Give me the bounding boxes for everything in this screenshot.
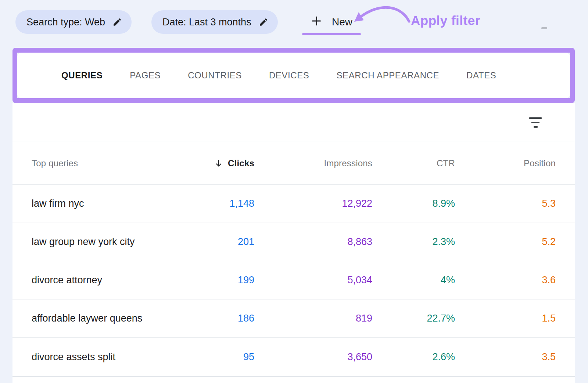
column-header-clicks[interactable]: Clicks xyxy=(179,158,254,169)
impressions-cell: 5,034 xyxy=(254,274,372,286)
clicks-cell: 95 xyxy=(179,351,254,363)
dimension-tab[interactable]: DATES xyxy=(466,70,496,81)
dimension-tab[interactable]: DEVICES xyxy=(269,70,309,81)
position-cell: 1.5 xyxy=(455,313,556,324)
query-table-row[interactable]: divorce assets split 95 3,650 2.6% 3.5 xyxy=(12,338,575,376)
query-cell: law group new york city xyxy=(32,236,179,248)
position-cell: 3.6 xyxy=(455,274,556,286)
pencil-icon xyxy=(259,17,268,27)
date-filter-chip[interactable]: Date: Last 3 months xyxy=(151,10,278,34)
new-button-highlight-underline xyxy=(302,33,361,35)
query-table-row[interactable]: law group new york city 201 8,863 2.3% 5… xyxy=(12,223,575,261)
search-type-chip[interactable]: Search type: Web xyxy=(15,10,132,34)
position-cell: 3.5 xyxy=(455,351,556,363)
window-artifact-dash xyxy=(541,27,547,29)
position-cell: 5.3 xyxy=(455,198,556,209)
ctr-cell: 4% xyxy=(372,274,455,286)
clicks-cell: 199 xyxy=(179,274,254,286)
column-header-clicks-label: Clicks xyxy=(228,158,254,169)
table-toolbar xyxy=(12,103,575,142)
query-cell: divorce attorney xyxy=(32,274,179,286)
dimension-tab[interactable]: PAGES xyxy=(130,70,161,81)
arrow-down-icon xyxy=(214,159,223,168)
query-cell: law firm nyc xyxy=(32,198,179,209)
query-cell: affordable laywer queens xyxy=(32,313,179,324)
dimension-tab[interactable]: SEARCH APPEARANCE xyxy=(336,70,439,81)
pencil-icon xyxy=(112,17,122,27)
ctr-cell: 2.6% xyxy=(372,351,455,363)
ctr-cell: 22.7% xyxy=(372,313,455,324)
query-table-row[interactable]: divorce attorney 199 5,034 4% 3.6 xyxy=(12,261,575,299)
search-type-chip-label: Search type: Web xyxy=(26,17,105,28)
filter-list-icon[interactable] xyxy=(527,115,544,130)
impressions-cell: 8,863 xyxy=(254,236,372,248)
dimension-tab[interactable]: QUERIES xyxy=(61,70,103,81)
clicks-cell: 1,148 xyxy=(179,198,254,209)
date-filter-chip-label: Date: Last 3 months xyxy=(162,17,251,28)
clicks-cell: 186 xyxy=(179,313,254,324)
column-header-ctr[interactable]: CTR xyxy=(372,158,455,169)
ctr-cell: 2.3% xyxy=(372,236,455,248)
query-table-row[interactable]: law firm nyc 1,148 12,922 8.9% 5.3 xyxy=(12,185,575,223)
apply-filter-annotation: Apply filter xyxy=(411,13,480,28)
ctr-cell: 8.9% xyxy=(372,198,455,209)
clicks-cell: 201 xyxy=(179,236,254,248)
new-filter-button-label: New xyxy=(332,16,352,28)
tab-bar-highlight-box: QUERIES PAGES COUNTRIES DEVICES SEARCH A… xyxy=(12,48,575,103)
impressions-cell: 12,922 xyxy=(254,198,372,209)
column-header-position[interactable]: Position xyxy=(455,158,556,169)
table-body: law firm nyc 1,148 12,922 8.9% 5.3 law g… xyxy=(12,185,575,376)
new-filter-button[interactable]: New xyxy=(302,10,361,34)
table-header-row: Top queries Clicks Impressions CTR Posit… xyxy=(12,142,575,185)
query-table-row[interactable]: affordable laywer queens 186 819 22.7% 1… xyxy=(12,299,575,338)
impressions-cell: 3,650 xyxy=(254,351,372,363)
impressions-cell: 819 xyxy=(254,313,372,324)
dimension-tab[interactable]: COUNTRIES xyxy=(188,70,242,81)
position-cell: 5.2 xyxy=(455,236,556,248)
report-table-card: Top queries Clicks Impressions CTR Posit… xyxy=(12,103,575,383)
column-header-impressions[interactable]: Impressions xyxy=(254,158,372,169)
column-header-top-queries[interactable]: Top queries xyxy=(32,158,179,169)
plus-icon xyxy=(311,15,322,29)
table-bottom-divider xyxy=(12,376,575,377)
query-cell: divorce assets split xyxy=(32,351,179,363)
tab-bar: QUERIES PAGES COUNTRIES DEVICES SEARCH A… xyxy=(17,53,570,98)
